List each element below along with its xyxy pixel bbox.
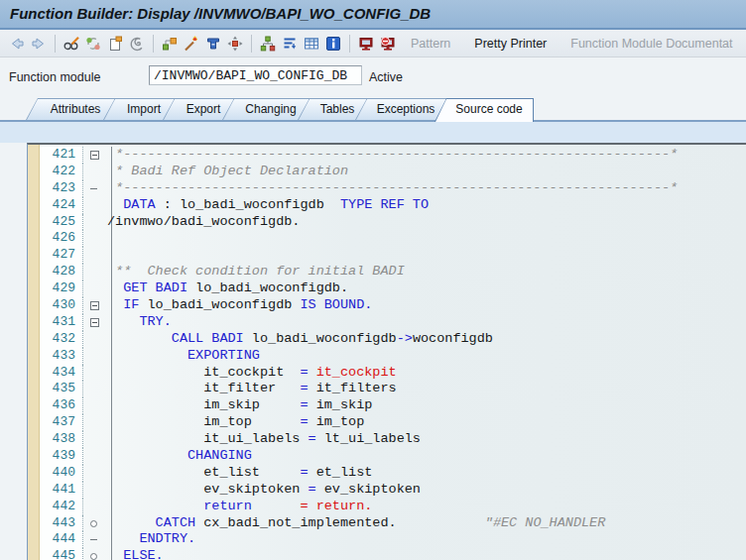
line-number: 430 [40, 297, 83, 314]
code-text[interactable]: *---------------------------------------… [107, 147, 746, 164]
code-line[interactable]: 425/invmwo/badi_woconfigdb. [40, 214, 746, 231]
tab-source-code[interactable]: Source code [435, 98, 534, 122]
code-line[interactable]: 444 ENDTRY. [40, 531, 746, 548]
code-line[interactable]: 432 CALL BADI lo_badi_woconfigdb->woconf… [40, 331, 746, 348]
code-text[interactable]: TRY. [107, 314, 746, 331]
code-line[interactable]: 421 *-----------------------------------… [40, 147, 746, 164]
code-text[interactable]: im_skip = im_skip [107, 397, 746, 414]
code-text[interactable]: et_list = et_list [107, 465, 746, 482]
code-area[interactable]: 421 *-----------------------------------… [40, 147, 746, 560]
fold-margin [83, 147, 107, 164]
code-line[interactable]: 427 [40, 247, 746, 264]
code-text[interactable]: DATA : lo_badi_woconfigdb TYPE REF TO [107, 197, 746, 214]
fold-box-icon[interactable] [90, 301, 99, 310]
fold-circle-icon[interactable] [90, 553, 97, 560]
code-line[interactable]: 431 TRY. [40, 314, 746, 331]
line-number: 441 [40, 482, 83, 499]
fold-margin [83, 431, 107, 448]
sort-icon[interactable] [279, 34, 301, 54]
fold-margin [83, 180, 107, 197]
code-line[interactable]: 445 ELSE. [40, 548, 746, 560]
code-line[interactable]: 423 *-----------------------------------… [40, 180, 746, 197]
code-line[interactable]: 430 IF lo_badi_woconfigdb IS BOUND. [40, 297, 746, 314]
editor-drag-margin[interactable] [28, 145, 40, 560]
code-text[interactable]: CATCH cx_badi_not_implemented. "#EC NO_H… [107, 515, 746, 532]
clamp-icon[interactable] [202, 34, 224, 54]
code-text[interactable]: return = return. [107, 499, 746, 515]
code-text[interactable]: /invmwo/badi_woconfigdb. [107, 214, 746, 231]
code-line[interactable]: 441 ev_skiptoken = ev_skiptoken [40, 482, 746, 499]
code-line[interactable]: 437 im_top = im_top [40, 414, 746, 431]
function-module-input[interactable] [149, 65, 362, 85]
status-active-label: Active [369, 70, 403, 84]
code-line[interactable]: 442 return = return. [40, 499, 746, 515]
code-text[interactable]: EXPORTING [107, 348, 746, 365]
line-number: 444 [40, 531, 83, 548]
navigate-icon[interactable] [224, 34, 246, 54]
tab-attributes[interactable]: Attributes [26, 98, 115, 120]
code-text[interactable]: im_top = im_top [107, 414, 746, 431]
hierarchy-icon[interactable] [257, 34, 279, 54]
fold-box-icon[interactable] [90, 318, 99, 327]
code-text[interactable]: *---------------------------------------… [107, 180, 746, 197]
stop-session-icon[interactable] [377, 34, 399, 54]
fold-tick-icon[interactable] [90, 539, 97, 540]
source-code-editor[interactable]: 421 *-----------------------------------… [27, 143, 746, 560]
code-line[interactable]: 433 EXPORTING [40, 348, 746, 365]
tab-changing[interactable]: Changing [222, 98, 310, 120]
fold-circle-icon[interactable] [90, 520, 97, 527]
code-text[interactable]: ev_skiptoken = ev_skiptoken [107, 482, 746, 499]
spiral-icon[interactable] [126, 34, 148, 54]
code-line[interactable]: 443 CATCH cx_badi_not_implemented. "#EC … [40, 515, 746, 532]
code-text[interactable]: CALL BADI lo_badi_woconfigdb->woconfigdb [107, 331, 746, 348]
back-icon[interactable] [6, 34, 28, 54]
line-number: 426 [40, 230, 83, 247]
code-text[interactable]: CHANGING [107, 448, 746, 465]
code-line[interactable]: 424 DATA : lo_badi_woconfigdb TYPE REF T… [40, 197, 746, 214]
where-used-icon[interactable] [159, 34, 181, 54]
fold-margin [83, 548, 107, 560]
line-number: 431 [40, 314, 83, 331]
code-text[interactable]: it_cockpit = it_cockpit [107, 365, 746, 382]
code-text[interactable]: ** Check condition for initial BADI [107, 264, 746, 280]
code-text[interactable]: IF lo_badi_woconfigdb IS BOUND. [107, 297, 746, 314]
code-line[interactable]: 428 ** Check condition for initial BADI [40, 264, 746, 280]
code-text[interactable]: GET BADI lo_badi_woconfigdb. [107, 280, 746, 297]
code-line[interactable]: 440 et_list = et_list [40, 465, 746, 482]
code-text[interactable]: it_filter = it_filters [107, 381, 746, 397]
code-line[interactable]: 438 it_ui_labels = lt_ui_labels [40, 431, 746, 448]
code-text[interactable]: * Badi Ref Object Declaration [107, 164, 746, 180]
tab-label: Changing [222, 98, 310, 116]
code-line[interactable]: 436 im_skip = im_skip [40, 397, 746, 414]
code-text[interactable]: ELSE. [107, 548, 746, 560]
line-number: 427 [40, 247, 83, 264]
code-text[interactable]: it_ui_labels = lt_ui_labels [107, 431, 746, 448]
code-line[interactable]: 435 it_filter = it_filters [40, 381, 746, 397]
code-text[interactable] [107, 230, 746, 247]
info-icon[interactable] [322, 34, 344, 54]
code-text[interactable] [107, 247, 746, 264]
code-line[interactable]: 426 [40, 230, 746, 247]
tab-exceptions[interactable]: Exceptions [355, 98, 446, 120]
table-icon[interactable] [301, 34, 322, 54]
line-number: 423 [40, 180, 83, 197]
fold-box-icon[interactable] [90, 151, 99, 160]
fold-margin [83, 314, 107, 331]
code-line[interactable]: 434 it_cockpit = it_cockpit [40, 365, 746, 382]
line-number: 437 [40, 414, 83, 431]
tab-label: Attributes [26, 98, 115, 116]
code-line[interactable]: 439 CHANGING [40, 448, 746, 465]
code-line[interactable]: 429 GET BADI lo_badi_woconfigdb. [40, 280, 746, 297]
pretty-printer-button[interactable]: Pretty Printer [474, 37, 547, 51]
line-number: 429 [40, 280, 83, 297]
code-line[interactable]: 422 * Badi Ref Object Declaration [40, 164, 746, 180]
copy-icon[interactable] [104, 34, 126, 54]
display-change-icon[interactable] [61, 34, 82, 54]
fold-tick-icon[interactable] [90, 188, 97, 189]
forward-icon[interactable] [28, 34, 50, 54]
wand-icon[interactable] [181, 34, 202, 54]
code-text[interactable]: ENDTRY. [107, 531, 746, 548]
line-number: 432 [40, 331, 83, 348]
session-icon[interactable] [355, 34, 377, 54]
refresh-icon[interactable] [82, 34, 104, 54]
